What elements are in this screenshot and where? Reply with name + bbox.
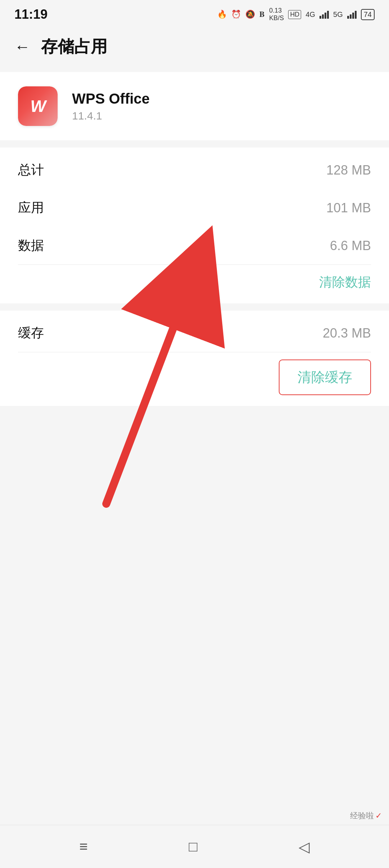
stat-value-data: 6.6 MB [330, 238, 371, 253]
wear-icon: 🔥 [217, 10, 227, 19]
app-version: 11.4.1 [72, 110, 150, 122]
nav-menu-button[interactable]: ≡ [79, 838, 88, 855]
stat-label-data: 数据 [18, 237, 44, 254]
network-speed: 0.13KB/S [269, 7, 284, 22]
signal-5g-bars [347, 10, 357, 19]
clear-data-button[interactable]: 清除数据 [319, 273, 371, 291]
cache-section: 缓存 20.3 MB 清除缓存 [0, 311, 389, 406]
watermark-icon: ✓ [375, 811, 382, 820]
stat-value-app: 101 MB [326, 200, 371, 216]
home-icon: □ [189, 838, 197, 855]
cache-label: 缓存 [18, 324, 44, 342]
status-time: 11:19 [14, 7, 48, 22]
app-icon-label: W [30, 96, 45, 116]
stat-label-app: 应用 [18, 199, 44, 217]
stat-row-app: 应用 101 MB [0, 189, 389, 227]
stat-label-total: 总计 [18, 161, 44, 179]
nav-back-icon: ◁ [299, 838, 310, 855]
page-title: 存储占用 [41, 36, 107, 58]
bluetooth-icon: 𝐁 [259, 10, 265, 19]
signal-4g-bars [319, 10, 329, 19]
alarm-icon: ⏰ [231, 10, 241, 19]
app-details: WPS Office 11.4.1 [72, 91, 150, 122]
app-name: WPS Office [72, 91, 150, 107]
stat-row-data: 数据 6.6 MB [0, 227, 389, 265]
storage-stats-section: 总计 128 MB 应用 101 MB 数据 6.6 MB 清除数据 [0, 148, 389, 303]
stat-row-cache: 缓存 20.3 MB [0, 314, 389, 352]
5g-icon: 5G [333, 10, 343, 19]
clear-data-area: 清除数据 [0, 265, 389, 300]
stat-value-total: 128 MB [326, 163, 371, 178]
cache-value: 20.3 MB [323, 326, 371, 341]
battery-level: 74 [364, 10, 372, 19]
bottom-nav: ≡ □ ◁ [0, 825, 389, 868]
status-icons: 🔥 ⏰ 🔕 𝐁 0.13KB/S HD 4G 5G 74 [217, 7, 375, 22]
app-icon: W [18, 86, 58, 126]
nav-home-button[interactable]: □ [189, 838, 197, 855]
stat-row-total: 总计 128 MB [0, 151, 389, 189]
app-info-section: W WPS Office 11.4.1 [0, 72, 389, 140]
sound-off-icon: 🔕 [245, 10, 255, 19]
app-icon-wrapper: W [18, 86, 58, 126]
clear-cache-area: 清除缓存 [0, 352, 389, 402]
hd-icon: HD [288, 10, 301, 19]
status-bar: 11:19 🔥 ⏰ 🔕 𝐁 0.13KB/S HD 4G 5G [0, 0, 389, 29]
battery-indicator: 74 [361, 9, 375, 20]
watermark: 经验啦 ✓ [350, 810, 382, 821]
4g-icon: 4G [305, 10, 315, 19]
back-button[interactable]: ← [14, 38, 30, 56]
page-header: ← 存储占用 [0, 29, 389, 65]
clear-cache-button[interactable]: 清除缓存 [279, 360, 371, 395]
nav-back-button[interactable]: ◁ [299, 838, 310, 855]
menu-icon: ≡ [79, 838, 88, 855]
watermark-text: 经验啦 [350, 810, 374, 821]
